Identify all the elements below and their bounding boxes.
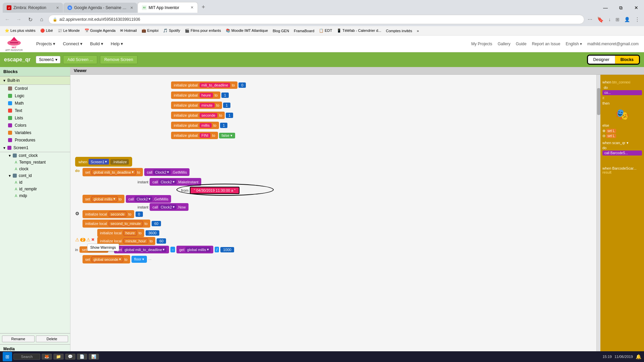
language-selector[interactable]: English ▾	[566, 42, 582, 46]
maximize-button[interactable]: ⧉	[613, 3, 629, 13]
block-init-mili[interactable]: initialize global mili_to_deadline to 0	[171, 81, 246, 89]
blocks-button[interactable]: Blocks	[615, 56, 639, 64]
sidebar-item-lists[interactable]: Lists	[0, 114, 70, 122]
value-1000-block[interactable]: 1000	[220, 247, 234, 252]
build-menu[interactable]: Build ▾	[87, 39, 107, 48]
bookmark-lemonde[interactable]: 📰 Le Monde	[56, 28, 82, 34]
co-block[interactable]: co...	[602, 90, 642, 95]
sidebar-item-control[interactable]: Control	[0, 85, 70, 92]
taskbar-spreadsheet[interactable]: 📊	[89, 354, 99, 360]
call-clock2-getmillis[interactable]: call Clock2 ▾ .GetMillis	[144, 168, 190, 176]
get-mili-deadline-block[interactable]: get global mili_to_deadline ▾	[114, 246, 169, 253]
projects-menu[interactable]: Projects ▾	[33, 39, 59, 48]
new-tab-button[interactable]: +	[198, 4, 209, 11]
block-init-heure[interactable]: initialize global heure to 1	[171, 92, 229, 99]
reload-button[interactable]: ↻	[25, 15, 35, 24]
gallery-link[interactable]: Gallery	[498, 42, 511, 46]
scroll-thumb[interactable]	[597, 88, 600, 115]
sidebar-item-logic[interactable]: Logic	[0, 92, 70, 100]
menu-button[interactable]: ⋮	[633, 16, 641, 23]
global-millis-var[interactable]: global millis ▾	[92, 196, 117, 202]
start-button[interactable]: ⊞	[3, 352, 12, 361]
when-btn-connexi[interactable]: when btn_connexi	[602, 80, 642, 84]
bookmark-les-plus-visites[interactable]: ⭐ Les plus visités	[3, 28, 38, 34]
viewer-canvas[interactable]: initialize global mili_to_deadline to 0 …	[70, 75, 644, 362]
bookmark-hotmail[interactable]: ✉ Hotmail	[118, 28, 139, 34]
bookmark-blog[interactable]: Blog GEN	[271, 28, 291, 34]
extensions-list-button[interactable]: ⊞	[614, 16, 621, 23]
value-3600-block[interactable]: 3600	[146, 230, 159, 236]
value-60-block[interactable]: 60	[152, 221, 161, 226]
connect-menu[interactable]: Connect ▾	[59, 39, 86, 48]
block-init-millis[interactable]: initialize global millis to 1	[171, 122, 227, 129]
add-screen-button[interactable]: Add Screen ...	[63, 55, 97, 64]
bookmark-emploi[interactable]: 💼 Emploi	[140, 28, 161, 34]
set-mili-block-row[interactable]: set global mili_to_deadline ▾ to call Cl…	[83, 168, 190, 176]
extensions-button[interactable]: ⋯	[586, 16, 594, 23]
sidebar-item-text[interactable]: Text	[0, 107, 70, 114]
clock2-block2[interactable]: Clock2 ▾	[135, 196, 152, 201]
clock2-makeinstant-block[interactable]: Clock2 ▾	[159, 179, 176, 184]
forward-button[interactable]: →	[14, 15, 23, 24]
bookmark-spotify[interactable]: 🎵 Spotify	[161, 28, 182, 34]
mdp-item[interactable]: A mdp	[12, 192, 70, 199]
cont-id-header[interactable]: ▼ cont_id	[5, 172, 70, 179]
set-global-seconde-row[interactable]: set global seconde ▾ to floor ▾ ···	[83, 255, 152, 263]
more-bookmarks-icon[interactable]: »	[415, 28, 421, 34]
taskbar-search[interactable]: Search	[13, 354, 40, 360]
bookmark-moodle[interactable]: 📚 Moodle IMT Atlantique	[224, 28, 270, 34]
cont-clock-header[interactable]: ▼ cont_clock	[5, 152, 70, 159]
id-item[interactable]: A id	[12, 179, 70, 186]
get-millis-block[interactable]: get global millis ▾	[176, 246, 213, 253]
my-projects-link[interactable]: My Projects	[471, 42, 492, 46]
temps-restant-item[interactable]: A Temps_restant	[12, 159, 70, 166]
bookmark-edt[interactable]: 📋 EDT	[317, 28, 334, 34]
set-l-block1[interactable]: ⊕ set L	[602, 129, 642, 133]
when-screen1-block[interactable]: when Screen1 ▾ .Initialize	[75, 157, 132, 167]
bookmark-google-agenda[interactable]: 📅 Google Agenda	[83, 28, 118, 34]
show-warnings-tooltip[interactable]: Show Warnings	[87, 244, 119, 251]
block-init-fini[interactable]: initialize global FINI to false ▾	[171, 132, 235, 139]
close-tab-mit-icon[interactable]: ✕	[191, 5, 194, 10]
tab-mit[interactable]: AI MIT App Inventor ✕	[138, 2, 198, 13]
vertical-scrollbar[interactable]	[596, 75, 600, 362]
global-millis-get-block[interactable]: global millis ▾	[185, 247, 211, 252]
block-init-minute[interactable]: initialize global minute to 1	[171, 102, 230, 109]
value-1-heure-block[interactable]: 1	[221, 93, 229, 98]
global-seconde-var[interactable]: global seconde ▾	[92, 256, 123, 262]
bookmark-films[interactable]: 🎬 Films pour enfants	[183, 28, 223, 34]
notification-button[interactable]: 🔔	[636, 354, 641, 359]
bookmark-framaboard[interactable]: FramaBoard	[292, 28, 316, 34]
block-init-seconde[interactable]: initialize global seconde to 1	[171, 112, 233, 119]
rename-button[interactable]: Rename	[2, 336, 35, 342]
global-mili-var[interactable]: global mili_to_deadline ▾	[92, 169, 136, 175]
screen-selector[interactable]: Screen1 ▾	[36, 56, 60, 63]
bookmark-telefab[interactable]: 📱 Téléfab - Calendrier d...	[335, 28, 383, 34]
init-local-seconde-row[interactable]: initialize local seconde to 0	[83, 210, 143, 218]
sidebar-item-colors[interactable]: Colors	[0, 122, 70, 129]
clock-item[interactable]: A clock	[12, 166, 70, 172]
taskbar-folder[interactable]: 📁	[53, 354, 64, 360]
close-tab-zimbra-icon[interactable]: ✕	[56, 6, 59, 10]
bookmark-comptes[interactable]: Comptes invités	[384, 28, 414, 34]
call-makeinstant[interactable]: call Clock2 ▾ .MakeInstant	[150, 178, 201, 186]
bookmark-button[interactable]: 🔖	[596, 16, 605, 23]
bookmark-libe[interactable]: 🔴 Libé	[38, 28, 55, 34]
clock2-block[interactable]: Clock2 ▾	[153, 170, 171, 175]
clock2-now-block[interactable]: Clock2 ▾	[159, 204, 176, 209]
builtin-header[interactable]: ▼ Built-in	[0, 76, 70, 85]
screen1-event-block[interactable]: Screen1 ▾	[89, 159, 109, 165]
date-string-block[interactable]: " 04/30/2019 11:30:00 a "	[190, 187, 239, 194]
designer-button[interactable]: Designer	[588, 56, 615, 64]
download-button[interactable]: ↓	[607, 16, 612, 23]
sidebar-item-math[interactable]: Math	[0, 100, 70, 107]
tab-google[interactable]: G Google Agenda - Semaine du... ✕	[63, 3, 137, 13]
set-l-block2[interactable]: ⊖ set L	[602, 134, 642, 138]
home-button[interactable]: ⌂	[37, 15, 46, 24]
sidebar-item-variables[interactable]: Variables	[0, 129, 70, 136]
value-60-2-block[interactable]: 60	[157, 238, 166, 244]
back-button[interactable]: ←	[3, 15, 12, 24]
taskbar-doc[interactable]: 📄	[77, 354, 87, 360]
user-email[interactable]: mathild.menoret@gmail.com	[587, 42, 639, 46]
initialize-method-block[interactable]: .Initialize	[110, 159, 129, 165]
